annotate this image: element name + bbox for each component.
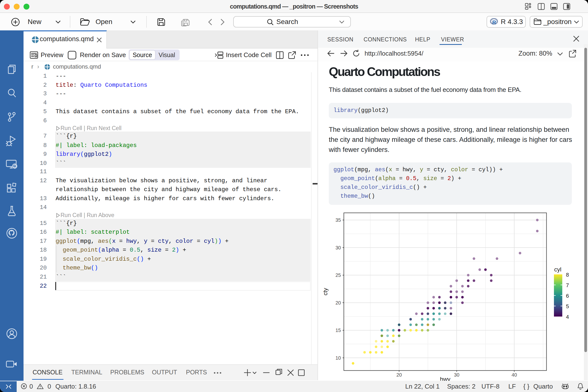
svg-text:7: 7	[566, 282, 569, 288]
svg-text:5: 5	[566, 303, 569, 310]
svg-text:cyl: cyl	[554, 266, 561, 273]
svg-text:cty: cty	[322, 288, 328, 296]
svg-text:20: 20	[396, 372, 402, 378]
svg-text:30: 30	[336, 245, 341, 250]
svg-text:4: 4	[566, 314, 569, 320]
svg-text:R: R	[492, 19, 496, 26]
svg-text:30: 30	[454, 372, 460, 378]
svg-text:6: 6	[566, 293, 569, 299]
svg-text:40: 40	[512, 372, 517, 378]
svg-text:10: 10	[336, 355, 341, 361]
svg-text:25: 25	[336, 272, 341, 278]
svg-text:8: 8	[566, 272, 569, 278]
svg-text:20: 20	[336, 300, 341, 306]
svg-text:15: 15	[336, 328, 341, 333]
svg-text:35: 35	[336, 217, 341, 223]
